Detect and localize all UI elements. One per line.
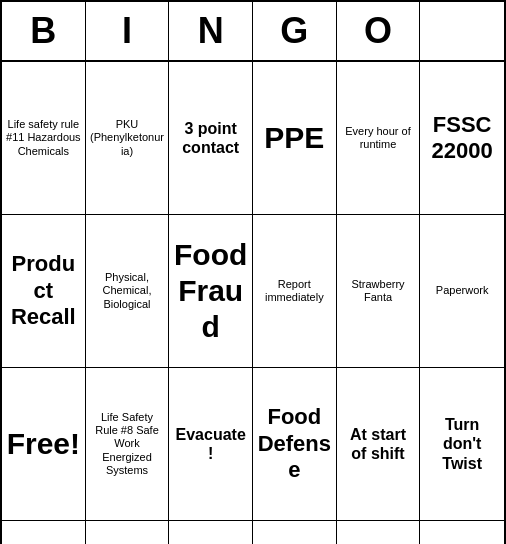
bingo-cell-5: FSSC 22000 [420,62,504,215]
bingo-cell-17: Turn don't Twist [420,368,504,521]
header-letter-I: I [86,2,170,60]
bingo-cell-10: Strawberry Fanta [337,215,421,368]
bingo-cell-19: Life Safety Rule #4 Contractor and Visit… [86,521,170,544]
bingo-cell-23: 100 [420,521,504,544]
bingo-cell-4: Every hour of runtime [337,62,421,215]
bingo-cell-6: Product Recall [2,215,86,368]
bingo-card: BINGO Life safety rule #11 Hazardous Che… [0,0,506,544]
bingo-cell-20: Indicator Organism [169,521,253,544]
bingo-cell-3: PPE [253,62,337,215]
bingo-cell-16: At start of shift [337,368,421,521]
header-letter-extra [420,2,504,60]
header-letter-B: B [2,2,86,60]
bingo-cell-13: Life Safety Rule #8 Safe Work Energized … [86,368,170,521]
bingo-cell-7: Physical, Chemical, Biological [86,215,170,368]
bingo-cell-8: Food Fraud [169,215,253,368]
bingo-cell-22: Pathogenic Organism [337,521,421,544]
bingo-grid: Life safety rule #11 Hazardous Chemicals… [2,62,504,544]
bingo-cell-2: 3 point contact [169,62,253,215]
bingo-cell-15: Food Defense [253,368,337,521]
bingo-header: BINGO [2,2,504,62]
bingo-cell-9: Report immediately [253,215,337,368]
bingo-cell-21: QRP - Quick Risk Profile [253,521,337,544]
header-letter-N: N [169,2,253,60]
header-letter-G: G [253,2,337,60]
bingo-cell-0: Life safety rule #11 Hazardous Chemicals [2,62,86,215]
bingo-cell-12: Free! [2,368,86,521]
bingo-cell-11: Paperwork [420,215,504,368]
bingo-cell-14: Evacuate! [169,368,253,521]
bingo-cell-1: PKU (Phenylketonuria) [86,62,170,215]
bingo-cell-18: Label Verification [2,521,86,544]
header-letter-O: O [337,2,421,60]
